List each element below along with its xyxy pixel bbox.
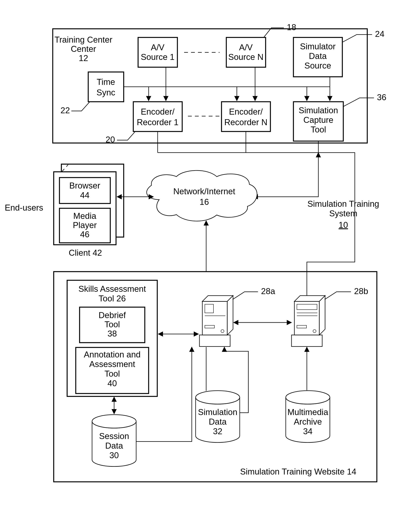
svg-text:Client 42: Client 42 bbox=[69, 248, 102, 257]
svg-text:Simulation Training: Simulation Training bbox=[308, 199, 379, 209]
svg-text:Simulation: Simulation bbox=[299, 106, 338, 115]
server-28b bbox=[292, 296, 325, 347]
svg-rect-69 bbox=[199, 335, 230, 347]
simulation-training-website-label: Simulation Training Website 14 bbox=[240, 467, 356, 476]
network-cloud: Network/Internet 16 bbox=[147, 170, 257, 221]
multimedia-archive-db: Multimedia Archive 34 bbox=[286, 391, 330, 442]
svg-text:Assessment: Assessment bbox=[89, 359, 135, 369]
training-center-container: Training Center Center 12 A/V Source 1 A… bbox=[53, 23, 386, 144]
svg-rect-73 bbox=[205, 304, 213, 313]
sim-data-source-ref: 24 bbox=[375, 29, 384, 39]
svg-text:Time: Time bbox=[97, 77, 115, 86]
encoder-recorder-n: Encoder/ Recorder N bbox=[222, 102, 270, 132]
time-sync-ref: 22 bbox=[60, 106, 70, 115]
server-28b-ref: 28b bbox=[354, 286, 368, 296]
svg-rect-75 bbox=[205, 325, 214, 328]
svg-text:Session: Session bbox=[99, 431, 129, 441]
svg-text:Encoder/: Encoder/ bbox=[141, 107, 175, 116]
svg-text:Encoder/: Encoder/ bbox=[229, 107, 263, 116]
simulation-capture-tool: Simulation Capture Tool bbox=[293, 102, 343, 141]
svg-text:Debrief: Debrief bbox=[98, 310, 126, 320]
svg-text:44: 44 bbox=[80, 190, 90, 200]
av-source-1: A/V Source 1 bbox=[138, 38, 177, 67]
svg-text:A/V: A/V bbox=[239, 43, 253, 52]
time-sync: Time Sync bbox=[88, 72, 124, 102]
svg-text:Sync: Sync bbox=[97, 88, 115, 97]
svg-text:Data: Data bbox=[105, 441, 123, 450]
session-data-db: Session Data 30 bbox=[92, 415, 136, 466]
svg-rect-26 bbox=[222, 102, 270, 132]
svg-text:Skills Assessment: Skills Assessment bbox=[78, 284, 146, 294]
recorder-1-ref: 20 bbox=[106, 135, 115, 144]
svg-text:Source: Source bbox=[304, 61, 331, 70]
svg-point-97 bbox=[286, 391, 330, 404]
svg-point-76 bbox=[221, 330, 224, 333]
svg-point-87 bbox=[92, 415, 136, 428]
svg-marker-80 bbox=[319, 296, 325, 335]
svg-rect-22 bbox=[133, 102, 182, 132]
svg-text:System: System bbox=[329, 209, 358, 218]
client-stack: Browser 44 Media Player 46 End-users Cli… bbox=[5, 164, 124, 257]
svg-rect-12 bbox=[88, 72, 124, 102]
svg-text:Annotation and: Annotation and bbox=[84, 350, 141, 359]
svg-text:16: 16 bbox=[200, 197, 209, 207]
server-28a bbox=[199, 296, 233, 347]
svg-text:Browser: Browser bbox=[69, 181, 100, 190]
training-center-title-line2: Center bbox=[71, 44, 96, 54]
svg-text:Network/Internet: Network/Internet bbox=[173, 186, 235, 196]
svg-text:A/V: A/V bbox=[151, 43, 165, 52]
server-28a-ref: 28a bbox=[261, 286, 275, 296]
svg-text:Tool: Tool bbox=[311, 125, 326, 134]
svg-text:Data: Data bbox=[309, 51, 327, 61]
svg-text:Data: Data bbox=[209, 417, 227, 426]
svg-text:Recorder N: Recorder N bbox=[224, 117, 268, 127]
training-center-title: Training Center bbox=[54, 35, 112, 44]
sim-capture-ref: 36 bbox=[377, 93, 386, 102]
end-users-label: End-users bbox=[5, 203, 43, 212]
svg-text:34: 34 bbox=[303, 426, 313, 436]
svg-rect-81 bbox=[297, 304, 317, 310]
svg-text:10: 10 bbox=[339, 220, 348, 230]
svg-marker-72 bbox=[227, 296, 233, 335]
svg-text:Tool  26: Tool 26 bbox=[98, 294, 126, 303]
svg-text:Simulator: Simulator bbox=[300, 42, 336, 51]
svg-point-85 bbox=[313, 330, 316, 333]
encoder-recorder-1: Encoder/ Recorder 1 bbox=[133, 102, 182, 132]
training-center-ref: 12 bbox=[79, 53, 88, 63]
svg-rect-84 bbox=[297, 325, 307, 328]
svg-text:Multimedia: Multimedia bbox=[287, 407, 328, 417]
svg-text:Simulation: Simulation bbox=[198, 407, 237, 417]
svg-text:Archive: Archive bbox=[294, 417, 322, 426]
svg-text:30: 30 bbox=[110, 450, 119, 460]
svg-text:Player: Player bbox=[73, 220, 97, 230]
av-source-n-ref: 18 bbox=[287, 23, 296, 32]
svg-text:Tool: Tool bbox=[105, 320, 120, 329]
av-source-n: A/V Source N bbox=[226, 38, 266, 67]
svg-rect-77 bbox=[292, 335, 322, 347]
sim-training-system-label: Simulation Training System 10 bbox=[308, 199, 379, 230]
svg-text:Source N: Source N bbox=[228, 52, 263, 62]
svg-text:Media: Media bbox=[73, 211, 96, 221]
svg-point-92 bbox=[196, 391, 240, 404]
svg-text:Source 1: Source 1 bbox=[141, 52, 174, 62]
svg-text:46: 46 bbox=[80, 230, 90, 239]
simulation-data-db: Simulation Data 32 bbox=[196, 391, 240, 442]
svg-text:40: 40 bbox=[108, 379, 117, 388]
svg-text:32: 32 bbox=[213, 426, 223, 436]
svg-text:Recorder 1: Recorder 1 bbox=[137, 117, 179, 127]
svg-text:Capture: Capture bbox=[303, 115, 333, 124]
simulator-data-source: Simulator Data Source bbox=[293, 38, 342, 77]
svg-text:Tool: Tool bbox=[105, 369, 120, 378]
skills-assessment-tool: Skills Assessment Tool 26 Debrief Tool 3… bbox=[67, 280, 157, 396]
svg-text:38: 38 bbox=[108, 329, 117, 338]
